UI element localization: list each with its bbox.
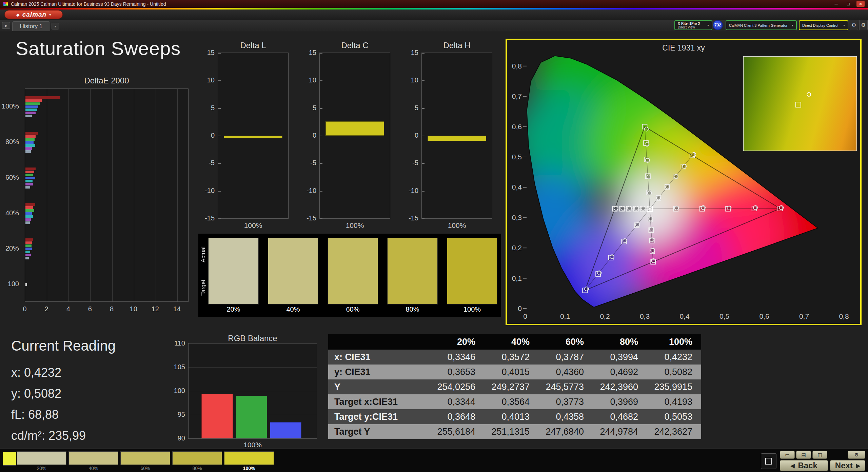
swatch-column: 100% <box>447 238 497 314</box>
y-tick-label: 5 <box>403 104 418 112</box>
tab-options-button[interactable]: ▾ <box>52 23 59 29</box>
x-tick-label: 4 <box>62 305 74 313</box>
svg-text:0,4: 0,4 <box>512 183 522 191</box>
pattern-source-button[interactable]: CalMAN Client 3 Pattern Generator ▾ <box>726 20 797 30</box>
deltae-bar <box>25 141 34 144</box>
minimize-button[interactable]: ─ <box>832 1 840 7</box>
cie-panel[interactable]: CIE 1931 xy 00,10,20,30,40,50,60,70,800,… <box>506 39 862 325</box>
bottom-level-item[interactable]: 40% <box>68 451 118 471</box>
bottom-level-swatch[interactable] <box>17 451 66 465</box>
table-cell: 247,6840 <box>538 427 593 437</box>
table-cell: 0,4692 <box>593 367 647 377</box>
title-bar: Calman 2025 Calman Ultimate for Business… <box>0 0 868 8</box>
tick-dash <box>320 80 322 81</box>
workflow-gear-button[interactable]: ⚙ <box>859 20 868 30</box>
deltae-bar <box>25 254 31 256</box>
tick-dash <box>422 218 425 219</box>
report-view-button[interactable]: ▤ <box>796 451 811 459</box>
bottom-level-item[interactable]: 80% <box>172 451 222 471</box>
calman-menu-button[interactable]: ◆ calman ▾ <box>4 10 63 19</box>
meter-device-button[interactable]: X-Rite i1Pro 3 Direct View ▾ <box>674 20 712 30</box>
swatch-label: 40% <box>268 304 318 314</box>
table-header-cell: 80% <box>593 337 647 347</box>
layout-view-button[interactable]: ◫ <box>812 451 827 459</box>
back-arrow-icon: ◀ <box>790 463 794 469</box>
bottom-level-item[interactable]: 100% <box>224 451 274 471</box>
table-cell: 0,3653 <box>430 367 484 377</box>
bottom-level-label: 80% <box>172 465 222 471</box>
table-cell: 0,4193 <box>647 397 701 407</box>
bottom-level-label: 20% <box>17 465 66 471</box>
table-cell: 0,3564 <box>484 397 538 407</box>
cie-title: CIE 1931 xy <box>507 43 860 53</box>
gridline <box>68 89 69 301</box>
x-tick-label: 14 <box>171 305 183 313</box>
table-row-label: Target x:CIE31 <box>328 397 430 407</box>
table-header-cell: 20% <box>430 337 484 347</box>
bottom-level-label: 40% <box>68 465 118 471</box>
bottom-level-item[interactable]: 60% <box>120 451 170 471</box>
chevron-down-icon: ▾ <box>792 23 793 27</box>
measured-marker <box>649 227 653 231</box>
y-tick-label: 100 <box>8 280 19 288</box>
pattern-window-button[interactable] <box>761 453 776 469</box>
svg-text:0,7: 0,7 <box>799 312 809 320</box>
table-cell: 245,5773 <box>538 382 593 392</box>
table-cell: 0,3969 <box>593 397 647 407</box>
rgb-plot: 1101051009590 <box>188 343 317 439</box>
sidebar-toggle-button[interactable]: ▶ <box>2 22 10 29</box>
svg-text:0: 0 <box>523 312 527 320</box>
deltae-bar <box>25 102 40 105</box>
display-control-button[interactable]: Direct Display Control ▾ <box>799 20 848 30</box>
bottom-level-swatch[interactable] <box>224 451 274 465</box>
maximize-button[interactable]: □ <box>844 1 852 7</box>
y-tick-label: 10 <box>200 76 215 84</box>
back-button[interactable]: ◀ Back <box>780 460 828 471</box>
deltae-bar <box>25 244 32 247</box>
measured-marker <box>651 248 655 252</box>
bottom-level-swatch[interactable] <box>172 451 222 465</box>
pattern-source-label: CalMAN Client 3 Pattern Generator <box>729 23 787 27</box>
back-label: Back <box>798 461 817 470</box>
bottom-level-label: 60% <box>120 465 170 471</box>
svg-text:0,2: 0,2 <box>512 244 522 252</box>
tab-history-1[interactable]: History 1 <box>12 21 50 31</box>
deltae-bar <box>25 138 35 141</box>
bottom-level-item[interactable]: 20% <box>17 451 66 471</box>
bottom-level-label: 100% <box>224 465 274 471</box>
tick-dash <box>218 108 221 109</box>
options-mini-button[interactable]: ⚙ <box>848 451 865 459</box>
measured-marker <box>675 206 679 210</box>
meter-status-badge[interactable]: 732 <box>713 20 723 30</box>
settings-gear-button[interactable]: ⚙ <box>850 20 858 30</box>
tick-dash <box>422 191 425 192</box>
x-tick-label: 6 <box>84 305 96 313</box>
bottom-level-swatch[interactable] <box>68 451 118 465</box>
bottom-level-swatch[interactable] <box>120 451 170 465</box>
tick-dash <box>320 108 322 109</box>
table-cell: 0,3344 <box>430 397 484 407</box>
table-row: x: CIE310,33460,35720,37870,39940,4232 <box>328 350 701 365</box>
table-header-cell: 60% <box>538 337 593 347</box>
deltah-title: Delta H <box>421 41 492 50</box>
close-button[interactable]: × <box>856 1 865 7</box>
y-tick-label: 5 <box>301 104 316 112</box>
measured-marker <box>623 239 627 243</box>
measured-marker <box>610 255 614 259</box>
measured-marker <box>646 158 650 162</box>
y-tick-label: 60% <box>5 174 19 181</box>
deltae-bar <box>25 212 32 215</box>
deltae2000-plot <box>25 88 189 302</box>
measured-marker <box>628 206 632 210</box>
deltae-bar <box>25 174 33 176</box>
swatch-label: 100% <box>447 304 497 314</box>
display-view-button[interactable]: ▭ <box>780 451 795 459</box>
deltah-xlabel: 100% <box>421 221 492 230</box>
deltae2000-title: DeltaE 2000 <box>25 76 189 85</box>
table-cell: 249,2737 <box>484 382 538 392</box>
measured-marker <box>692 153 696 157</box>
tick-dash <box>422 80 425 81</box>
next-button[interactable]: Next ▶ <box>830 460 865 471</box>
y-tick-label: 0 <box>301 132 316 139</box>
table-cell: 235,9915 <box>647 382 701 392</box>
